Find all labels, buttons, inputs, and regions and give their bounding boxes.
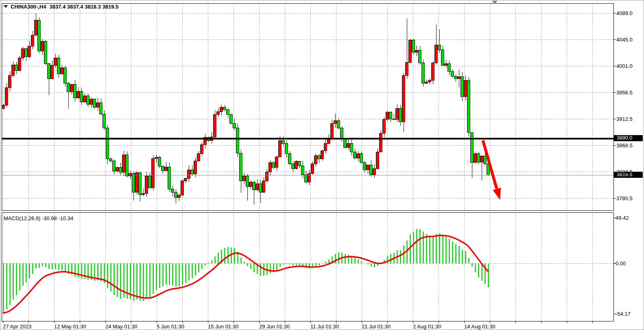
chart-title: CHINA300-,H43837.4 3837.4 3818.3 3819.5: [4, 4, 118, 10]
macd-indicator-label: MACD(12,26,9) -30.98 -10.34: [4, 215, 73, 221]
price-axis-label: 3868.5: [616, 142, 633, 149]
time-axis-label: 21 Jul 01:30: [362, 323, 391, 330]
time-axis-label: 24 May 01:30: [105, 323, 138, 330]
time-axis-label: 5 Jun 01:30: [157, 323, 184, 330]
time-axis-label: 14 Aug 01:30: [464, 323, 496, 330]
price-axis-label: 4001.0: [616, 63, 633, 69]
price-axis-label: 3780.5: [616, 195, 633, 201]
symbol-period-label: CHINA300-,H4: [11, 4, 46, 10]
macd-axis-label-min: -54.17: [616, 311, 631, 317]
price-axis-label: 4089.0: [616, 10, 633, 16]
time-axis-label: 12 May 01:30: [54, 323, 86, 330]
ohlc-values: 3837.4 3837.4 3818.3 3819.5: [49, 4, 118, 10]
time-axis-label: 11 Jul 01:30: [310, 323, 339, 330]
time-axis-label: 29 Jun 01:30: [259, 323, 290, 330]
macd-axis-label-zero: 0.00: [616, 260, 626, 267]
macd-axis-label-max: 49.42: [616, 215, 629, 221]
time-axis-label: 2 Aug 01:30: [413, 323, 441, 330]
chart-window: CHINA300-,H43837.4 3837.4 3818.3 3819.5 …: [0, 0, 644, 330]
price-axis-label: 3912.5: [616, 116, 633, 122]
level-price-badge: 3880.0: [614, 135, 643, 141]
price-axis-label: 3824.5: [616, 169, 633, 175]
chart-canvas[interactable]: [0, 0, 644, 330]
time-axis-label: 27 Apr 2023: [3, 323, 31, 330]
symbol-dropdown-icon[interactable]: [4, 5, 8, 8]
price-axis-label: 4045.0: [616, 37, 633, 43]
time-axis-label: 15 Jun 01:30: [208, 323, 238, 330]
price-axis-label: 3956.5: [616, 90, 633, 96]
